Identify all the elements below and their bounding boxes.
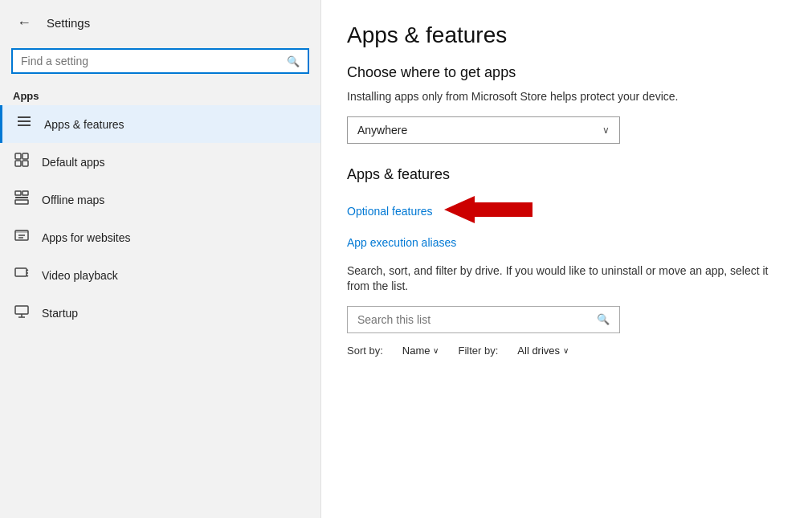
svg-rect-18 bbox=[15, 268, 27, 276]
sort-value: Name bbox=[402, 345, 430, 357]
apps-features-heading: Apps & features bbox=[347, 166, 786, 183]
choose-where-heading: Choose where to get apps bbox=[347, 64, 786, 81]
sidebar-item-offline-maps[interactable]: Offline maps bbox=[0, 181, 320, 218]
find-setting-input[interactable] bbox=[21, 55, 287, 67]
filter-chevron-icon: ∨ bbox=[563, 346, 569, 355]
find-setting-search[interactable]: 🔍 bbox=[11, 48, 309, 74]
default-apps-icon bbox=[13, 153, 31, 171]
startup-icon bbox=[13, 304, 31, 322]
sidebar-item-label-startup: Startup bbox=[42, 307, 78, 320]
sidebar-item-apps-features[interactable]: Apps & features bbox=[0, 105, 320, 143]
optional-features-link[interactable]: Optional features bbox=[347, 205, 433, 218]
svg-rect-22 bbox=[15, 306, 28, 314]
search-list-input[interactable] bbox=[357, 313, 597, 326]
settings-title: Settings bbox=[47, 16, 90, 30]
protect-description: Installing apps only from Microsoft Stor… bbox=[347, 89, 786, 105]
sidebar-item-apps-websites[interactable]: Apps for websites bbox=[0, 218, 320, 256]
chevron-down-icon: ∨ bbox=[602, 124, 610, 136]
search-list-box[interactable]: 🔍 bbox=[347, 306, 620, 333]
svg-rect-12 bbox=[15, 197, 28, 198]
svg-rect-6 bbox=[15, 153, 21, 159]
sidebar-item-label-video-playback: Video playback bbox=[42, 269, 118, 282]
sidebar-item-startup[interactable]: Startup bbox=[0, 294, 320, 332]
sort-filter-row: Sort by: Name ∨ Filter by: All drives ∨ bbox=[347, 345, 786, 357]
sidebar-item-label-apps-features: Apps & features bbox=[44, 118, 124, 131]
search-icon: 🔍 bbox=[287, 55, 300, 67]
offline-maps-icon bbox=[13, 190, 31, 209]
svg-line-21 bbox=[27, 275, 28, 276]
page-title: Apps & features bbox=[347, 22, 786, 48]
svg-rect-9 bbox=[22, 161, 28, 166]
svg-rect-2 bbox=[18, 124, 31, 126]
filter-dropdown[interactable]: All drives ∨ bbox=[517, 345, 569, 357]
apps-websites-icon bbox=[13, 228, 31, 247]
video-playback-icon bbox=[13, 266, 31, 284]
svg-rect-13 bbox=[15, 200, 28, 204]
svg-rect-8 bbox=[15, 161, 21, 166]
sort-chevron-icon: ∨ bbox=[433, 346, 439, 355]
sidebar-item-label-default-apps: Default apps bbox=[42, 156, 105, 169]
sort-label: Sort by: bbox=[347, 345, 383, 357]
sort-dropdown[interactable]: Name ∨ bbox=[402, 345, 439, 357]
optional-features-arrow bbox=[444, 194, 532, 228]
search-sort-description: Search, sort, and filter by drive. If yo… bbox=[347, 263, 786, 295]
search-icon: 🔍 bbox=[597, 313, 610, 325]
anywhere-value: Anywhere bbox=[357, 124, 407, 137]
svg-marker-25 bbox=[444, 196, 532, 223]
sidebar-item-label-apps-websites: Apps for websites bbox=[42, 231, 131, 244]
svg-rect-7 bbox=[22, 153, 28, 159]
sidebar-header: ← Settings bbox=[0, 0, 320, 45]
filter-label: Filter by: bbox=[458, 345, 498, 357]
apps-section-label: Apps bbox=[0, 84, 320, 105]
svg-line-19 bbox=[27, 270, 28, 271]
filter-value: All drives bbox=[517, 345, 560, 357]
sidebar-item-label-offline-maps: Offline maps bbox=[42, 194, 104, 206]
svg-rect-15 bbox=[15, 230, 28, 233]
app-execution-link[interactable]: App execution aliases bbox=[347, 236, 786, 249]
optional-features-row: Optional features bbox=[347, 194, 786, 228]
sidebar-item-video-playback[interactable]: Video playback bbox=[0, 256, 320, 294]
apps-features-icon bbox=[15, 115, 33, 133]
svg-rect-3 bbox=[18, 116, 20, 118]
sidebar-item-default-apps[interactable]: Default apps bbox=[0, 143, 320, 181]
svg-rect-10 bbox=[15, 191, 21, 195]
anywhere-dropdown[interactable]: Anywhere ∨ bbox=[347, 116, 620, 144]
svg-rect-1 bbox=[18, 120, 31, 122]
sidebar: ← Settings 🔍 Apps Apps & features bbox=[0, 0, 321, 518]
main-content: Apps & features Choose where to get apps… bbox=[321, 0, 812, 518]
svg-rect-11 bbox=[22, 191, 28, 195]
back-button[interactable]: ← bbox=[13, 11, 35, 34]
